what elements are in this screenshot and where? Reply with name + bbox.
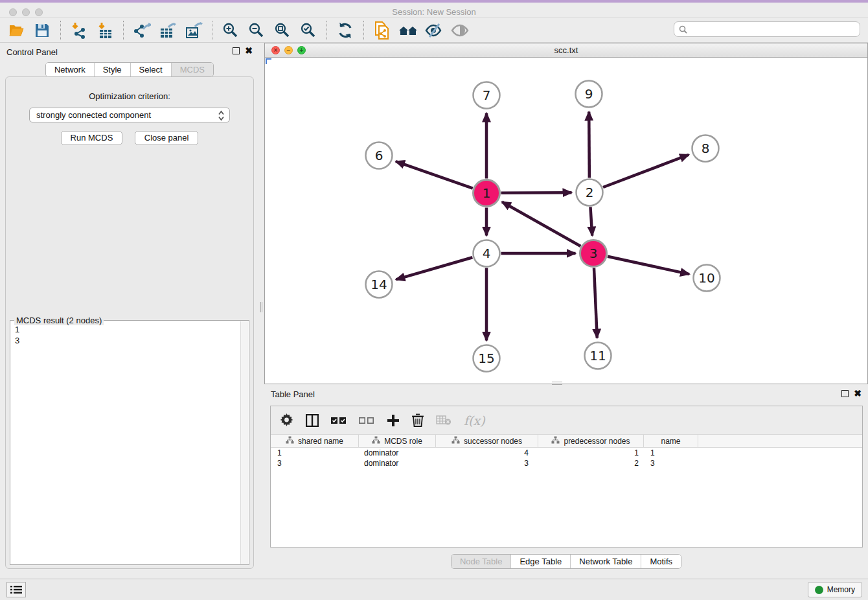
deselect-all-columns-icon[interactable] xyxy=(359,412,374,429)
table-header-row: shared nameMCDS rolesuccessor nodesprede… xyxy=(271,434,862,448)
graph-node-6[interactable]: 6 xyxy=(366,143,393,169)
toolbar-separator xyxy=(363,21,364,40)
graph-edge-1-2[interactable] xyxy=(501,192,571,193)
table-panel: Table Panel ✖ xyxy=(264,386,868,575)
graph-edge-2-9[interactable] xyxy=(589,111,589,178)
graph-edge-4-14[interactable] xyxy=(396,257,472,279)
export-table-icon[interactable] xyxy=(157,21,179,40)
graph-node-9[interactable]: 9 xyxy=(576,81,602,108)
status-menu-button[interactable] xyxy=(6,582,26,597)
vertical-splitter[interactable] xyxy=(259,43,264,569)
import-table-icon[interactable] xyxy=(94,21,116,40)
graph-node-4[interactable]: 4 xyxy=(474,240,500,267)
column-header-name[interactable]: name xyxy=(644,435,698,447)
export-network-icon[interactable] xyxy=(131,21,153,40)
column-label: shared name xyxy=(298,437,343,446)
table-panel-titlebar: Table Panel ✖ xyxy=(264,386,868,402)
column-label: predecessor nodes xyxy=(564,437,630,446)
tab-select[interactable]: Select xyxy=(130,63,171,76)
run-mcds-button[interactable]: Run MCDS xyxy=(61,131,123,145)
tab-style[interactable]: Style xyxy=(94,63,130,76)
network-view-titlebar: × − + scc.txt xyxy=(265,43,867,58)
export-image-icon[interactable] xyxy=(183,21,205,40)
search-input[interactable] xyxy=(687,23,860,36)
mcds-result-scrollbar[interactable] xyxy=(240,321,248,564)
hide-selected-icon[interactable] xyxy=(423,21,445,40)
splitter-grip[interactable] xyxy=(260,302,262,312)
zoom-in-icon[interactable] xyxy=(220,21,242,40)
control-panel-float-button[interactable] xyxy=(233,47,240,54)
graph-edge-3-11[interactable] xyxy=(594,268,597,338)
graph-node-7[interactable]: 7 xyxy=(474,82,500,109)
table-settings-icon[interactable] xyxy=(280,412,293,429)
add-column-icon[interactable] xyxy=(387,412,400,429)
graph-node-2[interactable]: 2 xyxy=(577,179,603,206)
column-header-predecessor-nodes[interactable]: predecessor nodes xyxy=(538,435,644,447)
show-column-panel-icon[interactable] xyxy=(306,412,319,429)
table-cell[interactable]: 1 xyxy=(644,448,698,458)
optimization-criterion-label: Optimization criterion: xyxy=(6,91,253,101)
table-row[interactable]: 3dominator323 xyxy=(271,458,862,468)
zoom-out-icon[interactable] xyxy=(246,21,268,40)
tab-edge-table[interactable]: Edge Table xyxy=(510,555,570,568)
open-session-icon[interactable] xyxy=(5,21,27,40)
column-header-successor-nodes[interactable]: successor nodes xyxy=(436,435,538,447)
control-panel-close-button[interactable]: ✖ xyxy=(245,47,253,54)
graph-node-8[interactable]: 8 xyxy=(692,135,719,162)
table-row[interactable]: 1dominator411 xyxy=(271,448,862,458)
table-cell[interactable]: 1 xyxy=(538,448,644,458)
table-cell[interactable]: 3 xyxy=(644,458,698,468)
mcds-result-box: MCDS result (2 nodes) 13 xyxy=(10,320,249,565)
import-network-icon[interactable] xyxy=(68,21,90,40)
mcds-result-text[interactable]: 13 xyxy=(11,323,240,564)
graph-node-1[interactable]: 1 xyxy=(474,180,500,207)
column-header-MCDS-role[interactable]: MCDS role xyxy=(359,435,436,447)
graph-edge-2-8[interactable] xyxy=(603,155,689,187)
save-session-icon[interactable] xyxy=(31,21,53,40)
graph-node-10[interactable]: 10 xyxy=(694,265,720,292)
show-all-icon[interactable] xyxy=(397,21,419,40)
table-cell[interactable]: 3 xyxy=(436,458,538,468)
table-panel-close-button[interactable]: ✖ xyxy=(854,390,862,397)
zoom-fit-icon[interactable] xyxy=(271,21,293,40)
graph-node-15[interactable]: 15 xyxy=(474,345,500,372)
memory-button[interactable]: Memory xyxy=(808,582,862,597)
tab-network[interactable]: Network xyxy=(46,63,94,76)
column-header-shared-name[interactable]: shared name xyxy=(271,435,359,447)
show-hidden-icon[interactable] xyxy=(449,21,471,40)
control-panel-titlebar: Control Panel ✖ xyxy=(0,43,259,61)
table-cell[interactable]: 2 xyxy=(538,458,644,468)
table-toolbar: f(x) xyxy=(271,406,862,434)
delete-column-icon[interactable] xyxy=(412,412,424,429)
graph-node-14[interactable]: 14 xyxy=(366,271,393,298)
zoom-selected-icon[interactable] xyxy=(297,21,319,40)
graph-edge-3-10[interactable] xyxy=(608,257,689,274)
graph-edge-3-1[interactable] xyxy=(502,202,580,246)
graph-edge-1-6[interactable] xyxy=(396,161,473,189)
graph-node-11[interactable]: 11 xyxy=(585,343,611,369)
select-all-columns-icon[interactable] xyxy=(331,412,347,429)
table-cell[interactable]: dominator xyxy=(359,458,436,468)
table-cell[interactable]: dominator xyxy=(359,448,436,458)
tab-node-table[interactable]: Node Table xyxy=(451,555,511,568)
tab-motifs[interactable]: Motifs xyxy=(641,555,681,568)
table-cell[interactable]: 3 xyxy=(271,458,359,468)
close-panel-button[interactable]: Close panel xyxy=(135,131,199,145)
search-box[interactable] xyxy=(674,21,860,37)
svg-text:8: 8 xyxy=(702,141,710,156)
apply-function-icon[interactable]: f(x) xyxy=(464,413,485,428)
table-cell[interactable]: 1 xyxy=(271,448,359,458)
refresh-view-icon[interactable] xyxy=(334,21,356,40)
tab-mcds[interactable]: MCDS xyxy=(171,63,213,76)
table-panel-float-button[interactable] xyxy=(841,390,849,397)
duplicate-network-icon[interactable] xyxy=(371,21,393,40)
horizontal-splitter-grip[interactable] xyxy=(552,382,562,385)
table-cell[interactable]: 4 xyxy=(436,448,538,458)
list-icon xyxy=(10,585,22,594)
tab-network-table[interactable]: Network Table xyxy=(570,555,641,568)
delete-table-icon[interactable] xyxy=(436,412,451,429)
graph-node-3[interactable]: 3 xyxy=(580,240,607,267)
network-graph[interactable]: 7968124314101511 xyxy=(265,58,867,384)
graph-edge-2-3[interactable] xyxy=(590,207,592,235)
criterion-select[interactable]: strongly connected component xyxy=(29,108,230,122)
